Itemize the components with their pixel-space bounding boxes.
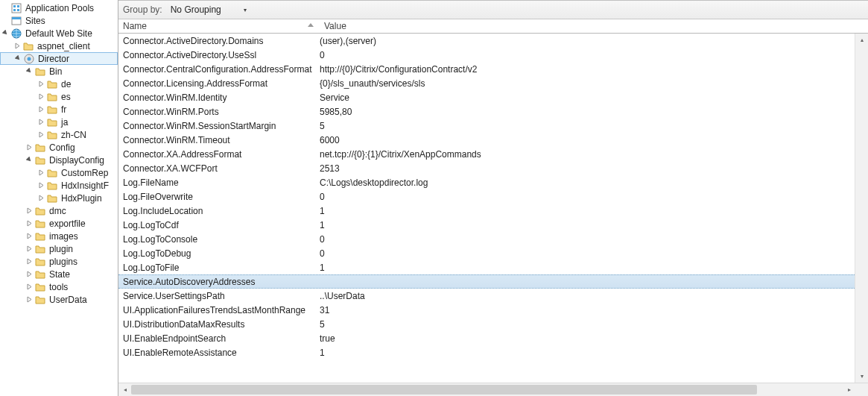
expander-collapsed[interactable] [37,92,45,101]
tree-node-images[interactable]: images [0,230,118,242]
table-row[interactable]: Connector.CentralConfiguration.AddressFo… [118,62,855,76]
column-header-name[interactable]: Name [118,19,320,33]
expander-expanded[interactable] [1,29,10,37]
table-row[interactable]: Log.LogToFile1 [118,260,855,274]
tree-node-tools[interactable]: tools [0,280,118,293]
expander-collapsed[interactable] [25,245,34,253]
tree-node-zh-cn[interactable]: zh-CN [0,128,118,141]
tree-node-ja[interactable]: ja [0,116,118,128]
table-row[interactable]: Connector.Licensing.AddressFormat{0}/sls… [118,76,855,90]
expander-collapsed[interactable] [37,181,45,189]
tree[interactable]: Application Pools Sites Default Web Site [0,0,118,306]
table-row[interactable]: Log.FileNameC:\Logs\desktopdirector.log [118,175,855,189]
setting-name: Log.LogToConsole [118,234,320,245]
settings-panel: Group by: No Grouping ▾ Name Value Conne… [118,0,868,396]
expander-collapsed[interactable] [25,219,34,227]
expander-expanded[interactable] [14,54,22,63]
grid-header: Name Value [118,19,868,34]
table-row[interactable]: Service.AutoDiscoveryAddresses [118,274,855,289]
tree-node-bin[interactable]: Bin [0,65,118,78]
tree-node-default-web-site[interactable]: Default Web Site [0,27,118,40]
tree-node-userdata[interactable]: UserData [0,293,118,306]
tree-node-hdxinsight[interactable]: HdxInsightF [0,179,118,192]
expander-collapsed[interactable] [25,207,34,215]
table-row[interactable]: Connector.ActiveDirectory.UseSsl0 [118,48,855,62]
expander-collapsed[interactable] [25,295,34,304]
tree-label: State [48,269,71,280]
expander-collapsed[interactable] [37,80,45,88]
horizontal-scroll-track[interactable] [131,383,843,396]
setting-value: 2513 [320,163,855,174]
tree-node-es[interactable]: es [0,90,118,103]
table-row[interactable]: Service.UserSettingsPath..\UserData [118,289,855,303]
tree-node-displayconfig[interactable]: DisplayConfig [0,154,118,166]
horizontal-scrollbar[interactable]: ◂ ▸ [118,383,868,396]
tree-node-state[interactable]: State [0,268,118,280]
expander-collapsed[interactable] [25,232,34,240]
table-row[interactable]: Log.LogToCdf1 [118,218,855,232]
setting-value: 6000 [320,135,855,145]
expander-collapsed[interactable] [25,257,34,265]
scroll-up-icon[interactable]: ▴ [855,34,868,46]
setting-name: UI.DistributionDataMaxResults [118,319,320,330]
table-row[interactable]: Connector.XA.AddressFormatnet.tcp://{0}:… [118,147,855,161]
table-row[interactable]: UI.EnableEndpointSearchtrue [118,331,855,345]
expander-collapsed[interactable] [37,118,45,126]
expander-collapsed[interactable] [13,42,22,50]
expander-collapsed[interactable] [37,169,45,177]
table-row[interactable]: Log.IncludeLocation1 [118,204,855,218]
tree-node-app-pools[interactable]: Application Pools [0,1,118,14]
scroll-left-icon[interactable]: ◂ [118,383,131,396]
tree-node-de[interactable]: de [0,78,118,90]
table-row[interactable]: Connector.WinRM.IdentityService [118,90,855,104]
tree-label: Default Web Site [25,28,93,39]
tree-node-plugin[interactable]: plugin [0,242,118,255]
folder-icon [46,91,58,103]
horizontal-scroll-thumb[interactable] [131,385,757,395]
tree-node-customrep[interactable]: CustomRep [0,166,118,179]
tree-node-sites[interactable]: Sites [0,14,118,27]
folder-icon [46,129,58,141]
table-row[interactable]: Log.LogToDebug0 [118,246,855,260]
scroll-down-icon[interactable]: ▾ [855,370,868,383]
setting-value: C:\Logs\desktopdirector.log [320,177,855,188]
column-header-value[interactable]: Value [320,19,868,33]
expander-expanded[interactable] [25,156,34,164]
tree-node-aspnet-client[interactable]: aspnet_client [0,40,118,52]
setting-value: 0 [320,248,855,259]
expander-collapsed[interactable] [25,143,34,151]
setting-value: (user),(server) [320,36,855,46]
tree-label: ja [60,117,69,128]
table-row[interactable]: UI.EnableRemoteAssistance1 [118,345,855,359]
tree-node-plugins[interactable]: plugins [0,255,118,268]
table-row[interactable]: Connector.WinRM.Timeout6000 [118,133,855,147]
scroll-right-icon[interactable]: ▸ [843,383,855,396]
expander-collapsed[interactable] [37,194,45,202]
tree-node-director[interactable]: Director [0,52,118,65]
tree-node-exportfile[interactable]: exportfile [0,217,118,230]
tree-node-dmc[interactable]: dmc [0,204,118,217]
expander-collapsed[interactable] [25,283,34,291]
table-row[interactable]: UI.DistributionDataMaxResults5 [118,317,855,331]
webapp-icon [23,53,35,65]
expander-collapsed[interactable] [37,131,45,139]
table-row[interactable]: Connector.WinRM.Ports5985,80 [118,104,855,119]
table-row[interactable]: Connector.ActiveDirectory.Domains(user),… [118,34,855,48]
tree-label: dmc [48,206,67,216]
tree-node-config[interactable]: Config [0,141,118,154]
expander-collapsed[interactable] [37,105,45,113]
tree-node-fr[interactable]: fr [0,103,118,116]
grid-body[interactable]: Connector.ActiveDirectory.Domains(user),… [118,34,855,383]
table-row[interactable]: Connector.XA.WCFPort2513 [118,161,855,175]
expander-collapsed[interactable] [25,270,34,278]
groupby-dropdown[interactable]: No Grouping ▾ [167,1,252,18]
table-row[interactable]: Log.LogToConsole0 [118,232,855,246]
table-row[interactable]: UI.ApplicationFailuresTrendsLastMonthRan… [118,303,855,317]
vertical-scrollbar[interactable]: ▴ ▾ [855,34,868,383]
vertical-scroll-track[interactable] [855,46,868,370]
table-row[interactable]: Connector.WinRM.SessionStartMargin5 [118,119,855,133]
tree-node-hdxplugin[interactable]: HdxPlugin [0,192,118,204]
expander-expanded[interactable] [25,67,34,75]
tree-label: zh-CN [60,130,87,140]
table-row[interactable]: Log.FileOverwrite0 [118,189,855,204]
